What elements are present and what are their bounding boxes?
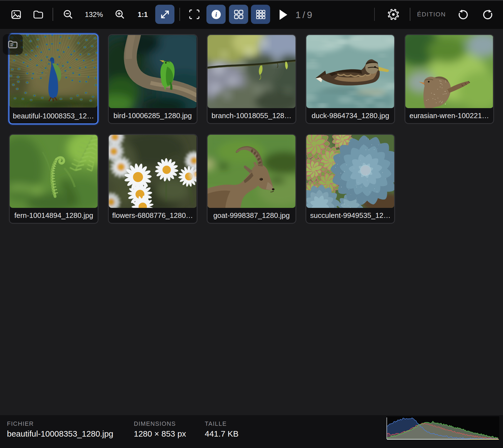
svg-text:i: i [215,11,217,18]
